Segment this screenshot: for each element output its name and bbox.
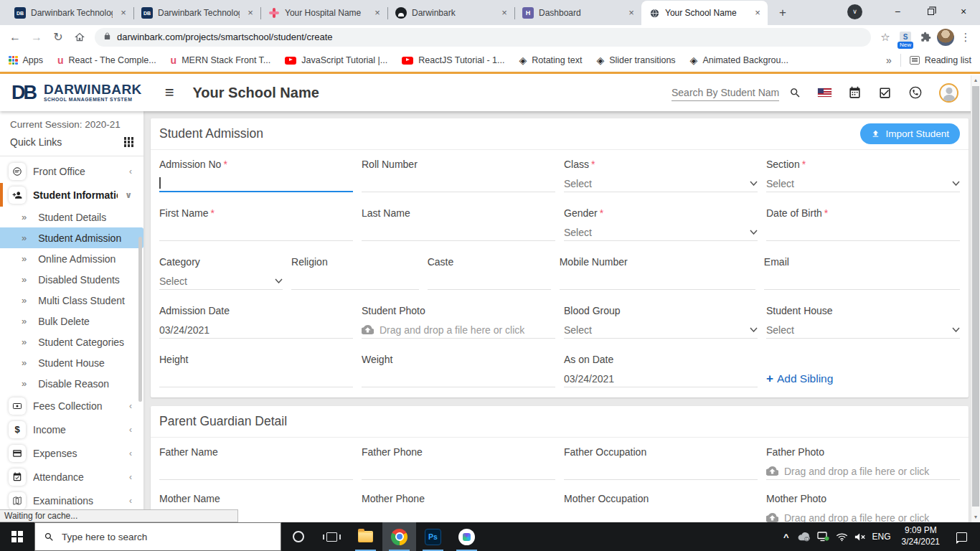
sidebar-item-expenses[interactable]: Expenses ‹	[0, 441, 143, 465]
tab-close-icon[interactable]: ×	[245, 7, 256, 19]
category-select[interactable]: Select	[159, 273, 283, 290]
home-icon[interactable]	[69, 27, 90, 47]
start-button[interactable]	[0, 522, 34, 551]
import-student-button[interactable]: Import Student	[860, 123, 960, 144]
bookmark-animated-background[interactable]: ◈ Animated Backgrou...	[690, 55, 788, 65]
bookmark-reactjs-tutorial[interactable]: ReactJS Tutorial - 1...	[402, 55, 504, 65]
language-flag-icon[interactable]	[818, 88, 831, 97]
mobile-number-input[interactable]	[560, 273, 755, 290]
date-of-birth-input[interactable]	[766, 224, 960, 241]
tab-close-icon[interactable]: ×	[118, 7, 129, 19]
father-photo-upload[interactable]: Drag and drop a file here or click	[766, 463, 960, 480]
sidebar-sub-disable-reason[interactable]: » Disable Reason	[0, 373, 143, 394]
tab-hospital[interactable]: Your Hospital Name ×	[261, 1, 387, 25]
father-phone-input[interactable]	[362, 463, 555, 480]
sidebar-sub-student-details[interactable]: » Student Details	[0, 207, 143, 227]
security-device-icon[interactable]	[817, 532, 829, 542]
window-close-button[interactable]: ×	[947, 6, 980, 17]
first-name-input[interactable]	[159, 224, 353, 241]
bookmark-js-tutorial[interactable]: JavaScript Tutorial |...	[285, 55, 387, 65]
tab-close-icon[interactable]: ×	[752, 7, 763, 19]
back-icon[interactable]: ←	[4, 27, 26, 47]
reload-icon[interactable]: ↻	[47, 27, 69, 47]
calendar-icon[interactable]	[848, 86, 862, 100]
student-house-select[interactable]: Select	[766, 321, 960, 339]
hamburger-menu-icon[interactable]: ≡	[165, 83, 174, 102]
sidebar-item-income[interactable]: $ Income ‹	[0, 418, 143, 441]
bookmark-apps[interactable]: Apps	[9, 55, 43, 65]
taskbar-search-input[interactable]	[62, 532, 272, 542]
browser-profile-avatar[interactable]	[936, 27, 956, 47]
roll-number-input[interactable]	[362, 175, 555, 192]
tab-close-icon[interactable]: ×	[499, 7, 510, 19]
tab-darwinbark-2[interactable]: DB Darwinbark Technolog ×	[134, 1, 260, 25]
browser-menu-icon[interactable]: ⋮	[956, 27, 976, 47]
email-input[interactable]	[764, 273, 960, 290]
tab-close-icon[interactable]: ×	[372, 7, 383, 19]
tab-school-active[interactable]: Your School Name ×	[641, 1, 768, 25]
page-scrollbar[interactable]: ▴ ▾	[971, 75, 980, 522]
cortana-button[interactable]	[281, 522, 315, 551]
sidebar-sub-bulk-delete[interactable]: » Bulk Delete	[0, 311, 143, 331]
as-on-date-input[interactable]: 03/24/2021	[564, 370, 758, 387]
wifi-icon[interactable]	[836, 532, 848, 542]
mother-occupation-input[interactable]	[564, 509, 758, 522]
bookmark-react-course[interactable]: u React - The Comple...	[57, 55, 156, 65]
sidebar-sub-student-admission[interactable]: » Student Admission	[0, 227, 143, 248]
onedrive-cloud-icon[interactable]	[797, 532, 811, 542]
todo-check-icon[interactable]	[878, 86, 892, 100]
sidebar-sub-student-categories[interactable]: » Student Categories	[0, 331, 143, 352]
sidebar-sub-multi-class-student[interactable]: » Multi Class Student	[0, 290, 143, 311]
app-button[interactable]	[450, 522, 484, 551]
scroll-up-icon[interactable]: ▴	[971, 75, 980, 85]
father-occupation-input[interactable]	[564, 463, 758, 480]
caste-input[interactable]	[428, 273, 551, 290]
extensions-puzzle-icon[interactable]	[915, 27, 936, 47]
sidebar-sub-disabled-students[interactable]: » Disabled Students	[0, 269, 143, 290]
scrollbar-thumb[interactable]	[972, 86, 979, 507]
language-indicator[interactable]: ENG	[872, 532, 891, 542]
chrome-update-icon[interactable]: ∨	[847, 4, 862, 19]
grid-icon[interactable]	[124, 137, 134, 147]
mother-phone-input[interactable]	[362, 509, 555, 522]
class-select[interactable]: Select	[564, 175, 758, 192]
tray-expand-icon[interactable]: ^	[783, 532, 789, 542]
student-photo-upload[interactable]: Drag and drop a file here or click	[362, 321, 555, 339]
window-restore-button[interactable]	[914, 6, 947, 17]
tab-dashboard[interactable]: H Dashboard ×	[515, 1, 641, 25]
bookmark-star-icon[interactable]: ☆	[875, 27, 895, 47]
sidebar-scrollbar[interactable]	[138, 237, 142, 402]
gender-select[interactable]: Select	[564, 224, 758, 241]
chrome-button[interactable]	[382, 522, 416, 551]
search-input[interactable]	[672, 85, 779, 101]
task-view-button[interactable]	[315, 522, 349, 551]
mother-photo-upload[interactable]: Drag and drop a file here or click	[766, 509, 960, 522]
religion-input[interactable]	[291, 273, 419, 290]
address-bar[interactable]: darwinbark.com/projects/smartschool/stud…	[95, 28, 871, 47]
sidebar-sub-online-admission[interactable]: » Online Admission	[0, 248, 143, 269]
darwinbark-logo[interactable]: DB DARWINBARK SCHOOL MANAGEMENT SYSTEM	[11, 82, 142, 104]
sidebar-item-attendance[interactable]: Attendance ‹	[0, 465, 143, 489]
whatsapp-icon[interactable]	[908, 85, 923, 100]
sidebar-item-student-information[interactable]: Student Information ∨	[0, 183, 143, 207]
lock-icon[interactable]	[103, 31, 111, 44]
quick-links[interactable]: Quick Links	[0, 131, 143, 153]
photoshop-button[interactable]: Ps	[416, 522, 450, 551]
sidebar-item-front-office[interactable]: Front Office ‹	[0, 159, 143, 183]
sidebar-sub-student-house[interactable]: » Student House	[0, 352, 143, 373]
user-avatar[interactable]	[939, 83, 958, 103]
bookmark-mern-course[interactable]: u MERN Stack Front T...	[171, 55, 271, 65]
tab-close-icon[interactable]: ×	[626, 7, 637, 19]
file-explorer-button[interactable]	[349, 522, 382, 551]
father-name-input[interactable]	[159, 463, 353, 480]
action-center-icon[interactable]	[956, 532, 967, 542]
sidebar-item-fees-collection[interactable]: Fees Collection ‹	[0, 394, 143, 418]
search-icon[interactable]	[789, 87, 801, 99]
new-tab-button[interactable]: +	[773, 4, 792, 22]
scroll-down-icon[interactable]: ▾	[971, 512, 980, 522]
reading-list-button[interactable]: Reading list	[910, 55, 971, 65]
last-name-input[interactable]	[362, 224, 555, 241]
bookmark-slider-transitions[interactable]: ◈ Slider transitions	[596, 55, 675, 65]
window-minimize-button[interactable]: −	[881, 6, 914, 17]
admission-no-input[interactable]	[159, 175, 353, 192]
